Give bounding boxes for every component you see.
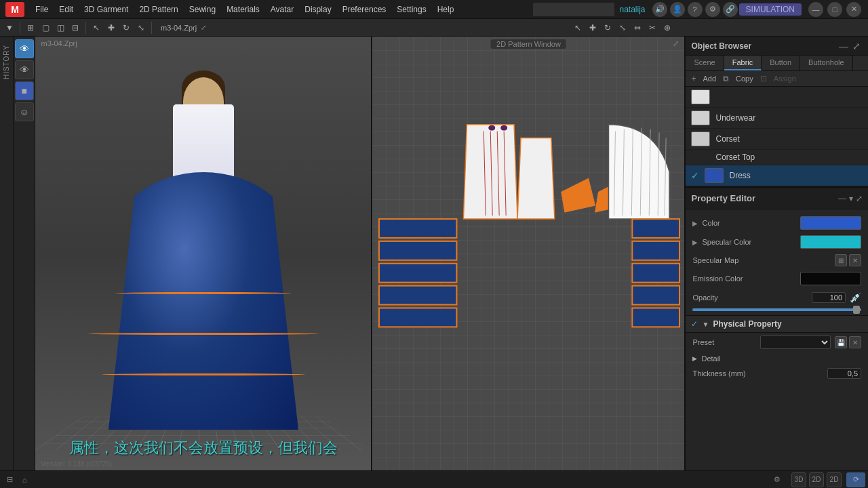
pe-preset-delete-icon[interactable]: ✕: [849, 336, 861, 348]
dress-trim3: [115, 292, 292, 294]
pe-specular-arrow[interactable]: ▶: [692, 239, 698, 246]
bt-2d-zoom3[interactable]: 2D: [827, 472, 842, 487]
menu-edit[interactable]: Edit: [54, 3, 79, 16]
pe-specular-label: Specular Color: [702, 238, 796, 246]
pattern-scale-icon[interactable]: ⤡: [616, 21, 629, 35]
menu-display[interactable]: Display: [299, 3, 336, 16]
pe-emission-swatch[interactable]: [800, 272, 861, 285]
bt-layout-icon[interactable]: ⊟: [3, 473, 16, 487]
simulation-button[interactable]: SIMULATION: [739, 3, 802, 16]
pe-specular-swatch[interactable]: [800, 235, 861, 249]
select-icon[interactable]: ↖: [90, 21, 103, 35]
ob-copy-button[interactable]: Copy: [733, 74, 756, 83]
svg-marker-12: [518, 138, 555, 219]
view-blue-icon[interactable]: ■: [15, 81, 34, 100]
bt-2d-zoom2[interactable]: 2D: [809, 472, 824, 487]
bt-home-icon[interactable]: ⌂: [18, 473, 31, 487]
pe-opacity-slider[interactable]: [692, 308, 861, 311]
menu-preferences[interactable]: Preferences: [337, 3, 392, 16]
bt-settings-icon[interactable]: ⚙: [770, 473, 784, 487]
view-eye-icon[interactable]: 👁: [15, 39, 34, 58]
menu-materials[interactable]: Materials: [221, 3, 265, 16]
move-icon[interactable]: ✚: [104, 21, 118, 35]
pe-detail-row[interactable]: ▶ Detail: [686, 352, 868, 365]
menu-2dpattern[interactable]: 2D Pattern: [134, 3, 183, 16]
help-icon[interactable]: ?: [688, 2, 703, 17]
settings-icon[interactable]: ⚙: [705, 2, 720, 17]
bt-2d-zoom1[interactable]: 3D: [791, 472, 806, 487]
menu-3dgarment[interactable]: 3D Garment: [79, 3, 134, 16]
close-icon[interactable]: ✕: [846, 2, 861, 17]
pattern-flip-icon[interactable]: ⇔: [631, 21, 644, 35]
bt-3d-spin-icon[interactable]: ⟳: [846, 472, 865, 487]
pe-preset-save-icon[interactable]: 💾: [835, 336, 847, 348]
minimize-icon[interactable]: —: [808, 2, 823, 17]
dress-trim1: [102, 373, 305, 375]
ob-tab-scene[interactable]: Scene: [686, 56, 724, 70]
sound-icon[interactable]: 🔊: [652, 2, 667, 17]
link-icon[interactable]: 🔗: [723, 2, 738, 17]
pe-map-grid-icon[interactable]: ⊞: [835, 254, 847, 266]
pe-expand-icon[interactable]: ⤢: [856, 194, 863, 203]
maximize-icon[interactable]: □: [827, 2, 842, 17]
pe-minimize-icon[interactable]: —: [838, 194, 846, 203]
menu-settings[interactable]: Settings: [391, 3, 431, 16]
scale-icon[interactable]: ⤡: [134, 21, 148, 35]
pe-map-delete-icon[interactable]: ✕: [849, 254, 861, 266]
viewport2d-expand-icon[interactable]: ⤢: [673, 39, 679, 48]
svg-rect-25: [633, 286, 680, 305]
menu-sewing[interactable]: Sewing: [184, 3, 221, 16]
pe-eyedropper-icon[interactable]: 💉: [850, 292, 861, 303]
expand-icon[interactable]: ⤢: [201, 24, 206, 31]
ob-item-dress[interactable]: ✓ Dress: [686, 165, 868, 186]
svg-point-11: [501, 125, 508, 131]
app-logo: M: [5, 2, 24, 17]
pe-collapse-icon[interactable]: ▾: [849, 194, 853, 203]
pattern-move-icon[interactable]: ✚: [586, 21, 599, 35]
pe-section-check-icon: ✓: [691, 319, 698, 329]
view-avatar-icon[interactable]: ☺: [15, 102, 34, 121]
view-eye2-icon[interactable]: 👁: [15, 60, 34, 79]
view-side-icon[interactable]: ◫: [54, 21, 67, 35]
pattern-tool2-icon[interactable]: ⊕: [660, 21, 674, 35]
rotate-icon[interactable]: ↻: [119, 21, 133, 35]
menu-file[interactable]: File: [30, 3, 54, 16]
pe-opacity-input[interactable]: [812, 292, 846, 303]
view-3d-icon[interactable]: ⊞: [24, 21, 37, 35]
ob-item-1[interactable]: [686, 87, 868, 108]
ob-item-corsettop[interactable]: Corset Top: [686, 150, 868, 165]
pe-preset-select[interactable]: [760, 336, 831, 349]
object-browser-header: Object Browser — ⤢: [686, 37, 868, 56]
ob-swatch-corset: [691, 131, 710, 146]
arrow-down-icon[interactable]: ▼: [3, 21, 16, 35]
ob-tab-buttonhole[interactable]: Buttonhole: [800, 56, 853, 70]
pe-color-swatch[interactable]: [800, 216, 861, 230]
menu-avatar[interactable]: Avatar: [265, 3, 299, 16]
ob-label-dress: Dress: [729, 171, 750, 180]
ob-swatch-dress: [705, 168, 724, 183]
ob-item-underwear[interactable]: Underwear: [686, 108, 868, 129]
scene-background: 属性，这次我们不会放置预设，但我们会: [35, 37, 371, 470]
svg-rect-0: [379, 219, 457, 238]
view-front-icon[interactable]: ▢: [39, 21, 52, 35]
pe-color-arrow[interactable]: ▶: [692, 220, 698, 227]
ob-assign-button[interactable]: Assign: [771, 74, 799, 83]
menu-help[interactable]: Help: [432, 3, 460, 16]
pattern-tool1-icon[interactable]: ✂: [646, 21, 659, 35]
ob-expand-icon[interactable]: ⤢: [850, 41, 863, 52]
ob-tab-fabric[interactable]: Fabric: [724, 56, 762, 70]
pe-thickness-input[interactable]: [827, 368, 861, 379]
pe-map-icons: ⊞ ✕: [835, 254, 861, 266]
view-top-icon[interactable]: ⊟: [68, 21, 82, 35]
pattern-select-icon[interactable]: ↖: [571, 21, 585, 35]
user-icon[interactable]: 👤: [670, 2, 685, 17]
ob-add-button[interactable]: Add: [700, 74, 719, 83]
ob-tab-button[interactable]: Button: [762, 56, 800, 70]
pattern-rotate-icon[interactable]: ↻: [601, 21, 614, 35]
pe-specularmap-row: Specular Map ⊞ ✕: [686, 251, 868, 269]
viewport3d-label: m3-04.Zprj: [41, 39, 77, 47]
ob-item-corset[interactable]: Corset: [686, 129, 868, 150]
pe-physical-section[interactable]: ✓ ▼ Physical Property: [686, 315, 868, 333]
pe-opacity-row: Opacity 💉: [686, 288, 868, 307]
ob-minimize-icon[interactable]: —: [837, 41, 850, 52]
